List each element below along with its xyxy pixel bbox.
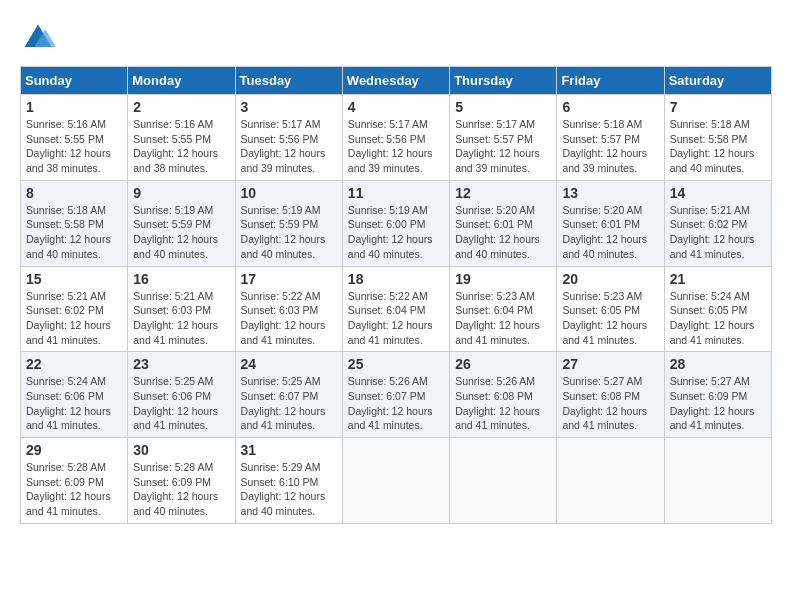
day-number: 5 <box>455 99 551 115</box>
calendar-cell: 31 Sunrise: 5:29 AM Sunset: 6:10 PM Dayl… <box>235 438 342 524</box>
calendar-cell: 20 Sunrise: 5:23 AM Sunset: 6:05 PM Dayl… <box>557 266 664 352</box>
day-info: Sunrise: 5:28 AM Sunset: 6:09 PM Dayligh… <box>133 460 229 519</box>
day-number: 20 <box>562 271 658 287</box>
day-info: Sunrise: 5:28 AM Sunset: 6:09 PM Dayligh… <box>26 460 122 519</box>
week-row-5: 29 Sunrise: 5:28 AM Sunset: 6:09 PM Dayl… <box>21 438 772 524</box>
day-info: Sunrise: 5:29 AM Sunset: 6:10 PM Dayligh… <box>241 460 337 519</box>
day-info: Sunrise: 5:16 AM Sunset: 5:55 PM Dayligh… <box>133 117 229 176</box>
calendar-cell: 29 Sunrise: 5:28 AM Sunset: 6:09 PM Dayl… <box>21 438 128 524</box>
day-info: Sunrise: 5:16 AM Sunset: 5:55 PM Dayligh… <box>26 117 122 176</box>
calendar-table: SundayMondayTuesdayWednesdayThursdayFrid… <box>20 66 772 524</box>
day-info: Sunrise: 5:24 AM Sunset: 6:06 PM Dayligh… <box>26 374 122 433</box>
calendar-cell: 5 Sunrise: 5:17 AM Sunset: 5:57 PM Dayli… <box>450 95 557 181</box>
day-info: Sunrise: 5:22 AM Sunset: 6:03 PM Dayligh… <box>241 289 337 348</box>
calendar-cell: 13 Sunrise: 5:20 AM Sunset: 6:01 PM Dayl… <box>557 180 664 266</box>
calendar-cell: 17 Sunrise: 5:22 AM Sunset: 6:03 PM Dayl… <box>235 266 342 352</box>
calendar-cell: 15 Sunrise: 5:21 AM Sunset: 6:02 PM Dayl… <box>21 266 128 352</box>
calendar-cell: 28 Sunrise: 5:27 AM Sunset: 6:09 PM Dayl… <box>664 352 771 438</box>
day-number: 22 <box>26 356 122 372</box>
day-info: Sunrise: 5:21 AM Sunset: 6:02 PM Dayligh… <box>26 289 122 348</box>
day-info: Sunrise: 5:26 AM Sunset: 6:08 PM Dayligh… <box>455 374 551 433</box>
calendar-cell: 27 Sunrise: 5:27 AM Sunset: 6:08 PM Dayl… <box>557 352 664 438</box>
calendar-cell: 6 Sunrise: 5:18 AM Sunset: 5:57 PM Dayli… <box>557 95 664 181</box>
day-number: 14 <box>670 185 766 201</box>
day-info: Sunrise: 5:25 AM Sunset: 6:06 PM Dayligh… <box>133 374 229 433</box>
calendar-cell: 3 Sunrise: 5:17 AM Sunset: 5:56 PM Dayli… <box>235 95 342 181</box>
day-info: Sunrise: 5:20 AM Sunset: 6:01 PM Dayligh… <box>455 203 551 262</box>
weekday-header-tuesday: Tuesday <box>235 67 342 95</box>
day-number: 1 <box>26 99 122 115</box>
calendar-cell: 9 Sunrise: 5:19 AM Sunset: 5:59 PM Dayli… <box>128 180 235 266</box>
day-info: Sunrise: 5:24 AM Sunset: 6:05 PM Dayligh… <box>670 289 766 348</box>
day-number: 11 <box>348 185 444 201</box>
calendar-cell: 10 Sunrise: 5:19 AM Sunset: 5:59 PM Dayl… <box>235 180 342 266</box>
day-number: 12 <box>455 185 551 201</box>
weekday-header-row: SundayMondayTuesdayWednesdayThursdayFrid… <box>21 67 772 95</box>
calendar-cell: 4 Sunrise: 5:17 AM Sunset: 5:56 PM Dayli… <box>342 95 449 181</box>
calendar-cell <box>664 438 771 524</box>
day-info: Sunrise: 5:18 AM Sunset: 5:58 PM Dayligh… <box>670 117 766 176</box>
weekday-header-wednesday: Wednesday <box>342 67 449 95</box>
day-number: 29 <box>26 442 122 458</box>
day-number: 10 <box>241 185 337 201</box>
weekday-header-friday: Friday <box>557 67 664 95</box>
calendar-cell: 8 Sunrise: 5:18 AM Sunset: 5:58 PM Dayli… <box>21 180 128 266</box>
day-info: Sunrise: 5:18 AM Sunset: 5:58 PM Dayligh… <box>26 203 122 262</box>
day-number: 8 <box>26 185 122 201</box>
day-info: Sunrise: 5:21 AM Sunset: 6:02 PM Dayligh… <box>670 203 766 262</box>
logo-icon <box>20 20 56 56</box>
calendar-cell: 19 Sunrise: 5:23 AM Sunset: 6:04 PM Dayl… <box>450 266 557 352</box>
day-number: 3 <box>241 99 337 115</box>
day-info: Sunrise: 5:26 AM Sunset: 6:07 PM Dayligh… <box>348 374 444 433</box>
day-number: 19 <box>455 271 551 287</box>
day-number: 27 <box>562 356 658 372</box>
calendar-cell: 18 Sunrise: 5:22 AM Sunset: 6:04 PM Dayl… <box>342 266 449 352</box>
calendar-cell: 2 Sunrise: 5:16 AM Sunset: 5:55 PM Dayli… <box>128 95 235 181</box>
day-number: 13 <box>562 185 658 201</box>
calendar-cell: 23 Sunrise: 5:25 AM Sunset: 6:06 PM Dayl… <box>128 352 235 438</box>
day-number: 4 <box>348 99 444 115</box>
day-info: Sunrise: 5:18 AM Sunset: 5:57 PM Dayligh… <box>562 117 658 176</box>
day-info: Sunrise: 5:23 AM Sunset: 6:04 PM Dayligh… <box>455 289 551 348</box>
calendar-cell: 25 Sunrise: 5:26 AM Sunset: 6:07 PM Dayl… <box>342 352 449 438</box>
day-number: 25 <box>348 356 444 372</box>
calendar-cell: 11 Sunrise: 5:19 AM Sunset: 6:00 PM Dayl… <box>342 180 449 266</box>
week-row-4: 22 Sunrise: 5:24 AM Sunset: 6:06 PM Dayl… <box>21 352 772 438</box>
weekday-header-thursday: Thursday <box>450 67 557 95</box>
weekday-header-sunday: Sunday <box>21 67 128 95</box>
calendar-cell: 26 Sunrise: 5:26 AM Sunset: 6:08 PM Dayl… <box>450 352 557 438</box>
logo <box>20 20 62 56</box>
day-info: Sunrise: 5:20 AM Sunset: 6:01 PM Dayligh… <box>562 203 658 262</box>
day-number: 7 <box>670 99 766 115</box>
day-number: 24 <box>241 356 337 372</box>
weekday-header-saturday: Saturday <box>664 67 771 95</box>
day-number: 15 <box>26 271 122 287</box>
calendar-cell: 7 Sunrise: 5:18 AM Sunset: 5:58 PM Dayli… <box>664 95 771 181</box>
day-number: 23 <box>133 356 229 372</box>
day-info: Sunrise: 5:25 AM Sunset: 6:07 PM Dayligh… <box>241 374 337 433</box>
day-info: Sunrise: 5:19 AM Sunset: 6:00 PM Dayligh… <box>348 203 444 262</box>
calendar-cell <box>342 438 449 524</box>
day-number: 2 <box>133 99 229 115</box>
day-number: 21 <box>670 271 766 287</box>
day-info: Sunrise: 5:27 AM Sunset: 6:08 PM Dayligh… <box>562 374 658 433</box>
day-info: Sunrise: 5:17 AM Sunset: 5:56 PM Dayligh… <box>348 117 444 176</box>
day-number: 9 <box>133 185 229 201</box>
day-info: Sunrise: 5:19 AM Sunset: 5:59 PM Dayligh… <box>241 203 337 262</box>
weekday-header-monday: Monday <box>128 67 235 95</box>
day-number: 6 <box>562 99 658 115</box>
day-number: 28 <box>670 356 766 372</box>
day-info: Sunrise: 5:17 AM Sunset: 5:56 PM Dayligh… <box>241 117 337 176</box>
page-header <box>20 20 772 56</box>
calendar-cell: 1 Sunrise: 5:16 AM Sunset: 5:55 PM Dayli… <box>21 95 128 181</box>
day-info: Sunrise: 5:19 AM Sunset: 5:59 PM Dayligh… <box>133 203 229 262</box>
calendar-cell: 12 Sunrise: 5:20 AM Sunset: 6:01 PM Dayl… <box>450 180 557 266</box>
calendar-cell: 21 Sunrise: 5:24 AM Sunset: 6:05 PM Dayl… <box>664 266 771 352</box>
week-row-2: 8 Sunrise: 5:18 AM Sunset: 5:58 PM Dayli… <box>21 180 772 266</box>
day-info: Sunrise: 5:22 AM Sunset: 6:04 PM Dayligh… <box>348 289 444 348</box>
calendar-cell <box>557 438 664 524</box>
calendar-cell: 22 Sunrise: 5:24 AM Sunset: 6:06 PM Dayl… <box>21 352 128 438</box>
day-number: 30 <box>133 442 229 458</box>
day-number: 26 <box>455 356 551 372</box>
day-info: Sunrise: 5:23 AM Sunset: 6:05 PM Dayligh… <box>562 289 658 348</box>
